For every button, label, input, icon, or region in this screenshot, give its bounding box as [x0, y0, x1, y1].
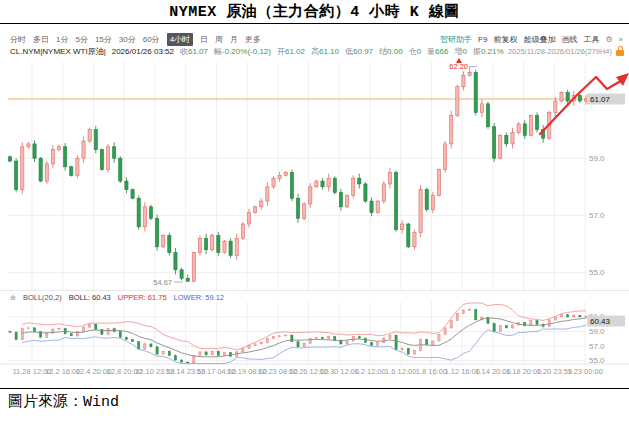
field-value: 61.10: [319, 47, 339, 56]
svg-text:55.0: 55.0: [589, 268, 605, 277]
tool-2[interactable]: 前复权: [493, 34, 517, 45]
svg-text:57.0: 57.0: [589, 342, 605, 351]
field-value: 666: [435, 47, 448, 56]
svg-text:59.0: 59.0: [589, 154, 605, 163]
tab-8[interactable]: 日: [200, 34, 208, 45]
tab-3[interactable]: 5分: [75, 34, 87, 45]
tab-10[interactable]: 月: [230, 34, 238, 45]
tool-1[interactable]: F9: [478, 35, 487, 44]
indicator-name[interactable]: BOLL(20,2): [23, 293, 62, 302]
field-value: 0: [417, 47, 421, 56]
tab-11[interactable]: 更多: [245, 34, 261, 45]
tool-0[interactable]: 智研助手: [440, 34, 472, 45]
quote-field-7: 量666: [427, 46, 448, 57]
field-label: 振: [473, 47, 481, 56]
field-label: 高: [311, 47, 319, 56]
period-tabs: 分时多日1分5分15分30分60分4小时日周月更多: [10, 33, 261, 46]
tool-5[interactable]: 工具: [583, 34, 599, 45]
tab-5[interactable]: 30分: [119, 34, 136, 45]
quote-field-2: 开61.02: [277, 46, 305, 57]
time-tick-18: 1.23 00:00: [567, 367, 602, 376]
svg-text:59.0: 59.0: [589, 327, 605, 336]
svg-text:55.0: 55.0: [589, 356, 605, 365]
svg-text:54.67: 54.67: [153, 278, 172, 287]
visible-range-label: 2025/11/28-2026/01/26(279H4): [508, 47, 612, 56]
gear-icon[interactable]: ⚙: [605, 35, 612, 44]
svg-text:61.07: 61.07: [590, 95, 611, 104]
tab-0[interactable]: 分时: [10, 34, 26, 45]
field-label: 开: [277, 47, 285, 56]
quote-field-0: 收61.07: [180, 46, 208, 57]
kline-widget: 分时多日1分5分15分30分60分4小时日周月更多 智研助手F9前复权超级叠加画…: [0, 26, 629, 386]
quote-fields: 收61.07幅-0.20%(-0.12)开61.02高61.10低60.97结0…: [180, 46, 504, 57]
boll-lower-value: LOWER: 59.12: [174, 293, 224, 302]
field-value: 0: [462, 47, 466, 56]
kline-chart[interactable]: 59.057.055.061.059.057.055.061.0760.4362…: [0, 58, 629, 366]
symbol-label: CL.NYM|NYMEX WTI原油|: [10, 46, 106, 57]
field-label: 量: [427, 47, 435, 56]
tab-4[interactable]: 15分: [95, 34, 112, 45]
range-wrap: 2025/11/28-2026/01/26(279H4): [508, 47, 624, 56]
indicator-settings-icon[interactable]: ⊕: [10, 294, 16, 302]
field-label: 结: [379, 47, 387, 56]
tab-1[interactable]: 多日: [33, 34, 49, 45]
field-value: 61.02: [285, 47, 305, 56]
svg-text:62.20: 62.20: [449, 62, 468, 71]
field-label: 收: [180, 47, 188, 56]
tab-6[interactable]: 60分: [143, 34, 160, 45]
field-label: 仓: [409, 47, 417, 56]
field-label: 低: [345, 47, 353, 56]
tool-3[interactable]: 超级叠加: [523, 34, 555, 45]
quote-field-3: 高61.10: [311, 46, 339, 57]
time-axis: 11.28 12:0012.2 16:0012.4 20:0012.8 20:0…: [0, 367, 629, 377]
time-tick-10: 12.30 12:00: [319, 367, 359, 376]
time-tick-12: 1.6 12:00: [385, 367, 416, 376]
indicator-header: ⊕ BOLL(20,2) BOLL: 60.43 UPPER: 61.75 LO…: [0, 290, 629, 303]
tab-7[interactable]: 4小时: [167, 33, 193, 46]
time-tick-11: 1.2 12:00: [354, 367, 385, 376]
caption-source: Wind: [83, 394, 119, 411]
quote-field-9: 振0.21%: [473, 46, 504, 57]
svg-text:60.43: 60.43: [590, 317, 611, 326]
toolbar-row: 分时多日1分5分15分30分60分4小时日周月更多 智研助手F9前复权超级叠加画…: [10, 33, 623, 45]
field-value: 0.00: [387, 47, 403, 56]
quote-info: CL.NYM|NYMEX WTI原油| 2026/01/26 03:52 收61…: [10, 46, 504, 57]
quote-field-4: 低60.97: [345, 46, 373, 57]
quote-field-1: 幅-0.20%(-0.12): [214, 46, 271, 57]
caption-divider: [0, 388, 629, 389]
time-tick-13: 1.8 16:00: [416, 367, 447, 376]
boll-upper-value: UPPER: 61.75: [118, 293, 167, 302]
field-value: 61.07: [188, 47, 208, 56]
field-label: 幅: [214, 47, 222, 56]
svg-text:57.0: 57.0: [589, 211, 605, 220]
tab-9[interactable]: 周: [215, 34, 223, 45]
toolbar-right: 智研助手F9前复权超级叠加画线工具⚙»: [440, 34, 623, 45]
quote-datetime: 2026/01/26 03:52: [112, 47, 174, 56]
quote-row: CL.NYM|NYMEX WTI原油| 2026/01/26 03:52 收61…: [10, 46, 624, 57]
tab-2[interactable]: 1分: [56, 34, 68, 45]
quote-field-6: 仓0: [409, 46, 421, 57]
quote-field-5: 结0.00: [379, 46, 403, 57]
field-value: 60.97: [353, 47, 373, 56]
boll-mid-value: BOLL: 60.43: [69, 293, 111, 302]
page-title: NYMEX 原油（主力合約）4 小時 K 線圖: [0, 2, 629, 21]
chevron-right-icon[interactable]: »: [619, 35, 623, 44]
title-divider: [0, 23, 629, 24]
image-source-caption: 圖片來源：Wind: [8, 392, 119, 411]
field-value: -0.20%(-0.12): [222, 47, 271, 56]
quote-field-8: 增0: [454, 46, 466, 57]
page: NYMEX 原油（主力合約）4 小時 K 線圖 分时多日1分5分15分30分60…: [0, 0, 629, 421]
lock-icon[interactable]: [616, 50, 624, 56]
tool-4[interactable]: 画线: [561, 34, 577, 45]
field-value: 0.21%: [481, 47, 504, 56]
